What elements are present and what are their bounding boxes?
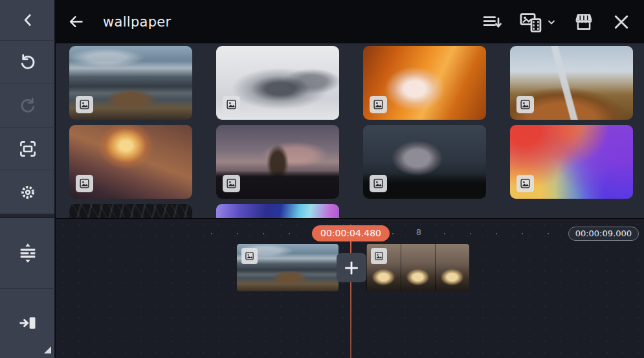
wallpaper-thumbnail-color-gradient[interactable] — [510, 125, 633, 199]
image-icon — [223, 96, 240, 113]
fullscreen-icon — [17, 139, 38, 159]
close-button[interactable] — [612, 12, 631, 32]
playhead-time-badge: 00:00:04.480 — [312, 225, 390, 241]
wallpaper-thumbnail-dark-foliage[interactable] — [69, 204, 192, 218]
ruler-tick-label: 8 — [412, 227, 425, 237]
plus-icon — [343, 260, 360, 276]
chevron-down-icon — [547, 17, 556, 27]
image-icon — [516, 175, 534, 192]
gear-icon — [18, 183, 38, 202]
timeline-clip-mountain-lake[interactable] — [237, 244, 339, 291]
chevron-left-icon — [19, 12, 36, 28]
wallpaper-thumbnail-mountain-lake[interactable] — [69, 46, 192, 120]
image-icon — [223, 175, 240, 192]
media-type-filter[interactable] — [519, 10, 556, 34]
store-icon — [573, 11, 595, 33]
wallpaper-thumbnail-canyon-cave[interactable] — [69, 125, 192, 199]
image-icon — [76, 96, 93, 113]
page-title: wallpaper — [103, 14, 172, 30]
wallpaper-thumbnail-fortress-dusk[interactable] — [216, 125, 339, 199]
toolbar-divider — [0, 214, 54, 218]
playhead[interactable] — [350, 225, 351, 358]
left-toolbar — [0, 0, 55, 358]
panel-header: wallpaper — [56, 0, 644, 43]
wallpaper-grid — [56, 43, 644, 218]
redo-icon — [18, 96, 38, 115]
media-type-icon — [519, 10, 544, 34]
total-duration-badge: 00:00:09.000 — [568, 227, 639, 241]
timeline-clip-cars[interactable] — [366, 244, 469, 291]
header-actions — [482, 0, 631, 43]
close-icon — [612, 12, 631, 32]
back-arrow-icon — [67, 13, 85, 30]
expand-tracks-icon — [17, 242, 39, 264]
fullscreen-preview-button[interactable] — [0, 128, 55, 170]
resize-corner-handle[interactable] — [44, 346, 51, 353]
sort-button[interactable] — [482, 12, 502, 32]
export-button[interactable] — [0, 289, 55, 357]
back-button[interactable] — [0, 0, 55, 41]
image-icon — [516, 96, 534, 113]
add-transition-button[interactable] — [337, 253, 366, 282]
wallpaper-thumbnail-aurora-gradient[interactable] — [216, 204, 339, 218]
image-icon — [370, 96, 387, 113]
panel-back-button[interactable] — [67, 13, 85, 30]
settings-button[interactable] — [0, 170, 55, 214]
sort-icon — [482, 12, 502, 32]
image-icon — [370, 175, 387, 192]
wallpaper-thumbnail-canyon-wave[interactable] — [363, 46, 486, 120]
image-icon — [76, 175, 93, 192]
timeline-panel[interactable]: 8 00:00:09.000 00:00:04.480 — [56, 218, 644, 358]
undo-button[interactable] — [0, 41, 55, 84]
expand-tracks-button[interactable] — [0, 218, 55, 289]
wallpaper-thumbnail-foggy-mountains[interactable] — [216, 46, 339, 120]
image-icon — [241, 248, 258, 264]
undo-icon — [18, 52, 38, 72]
wallpaper-thumbnail-half-dome[interactable] — [363, 125, 486, 199]
image-icon — [371, 248, 387, 264]
store-button[interactable] — [573, 11, 595, 33]
redo-button[interactable] — [0, 84, 55, 128]
wallpaper-thumbnail-great-wall[interactable] — [510, 46, 633, 120]
export-icon — [17, 313, 38, 333]
